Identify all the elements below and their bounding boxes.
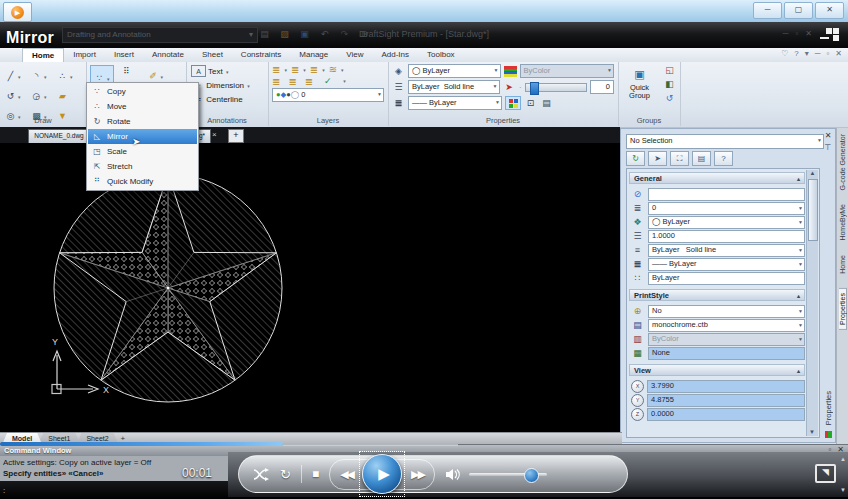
new-file-icon[interactable]: ▤ — [258, 28, 271, 40]
side-tab-properties[interactable]: Properties — [839, 288, 847, 330]
select-entities-icon[interactable]: ➤ — [648, 151, 667, 166]
settings-list-icon[interactable]: ▤ — [692, 151, 711, 166]
arc-icon[interactable]: ◝ — [30, 70, 43, 82]
menu-item-stretch[interactable]: ⇱Stretch — [88, 159, 197, 174]
lineweight-combo[interactable]: —— ByLayer▼ — [408, 96, 502, 110]
volume-knob[interactable] — [524, 468, 539, 483]
color-field[interactable]: ◯ ByLayer▼ — [648, 216, 805, 229]
tab-view[interactable]: View — [337, 48, 372, 62]
print-icon[interactable]: ⊜ — [358, 28, 371, 40]
quick-group-label[interactable]: Quick Group — [622, 84, 657, 100]
group-edit-icon[interactable]: ◱ — [663, 64, 676, 76]
quick-group-icon[interactable]: ▣ — [633, 69, 646, 81]
ribbon-restore-icon[interactable]: ▫ — [826, 49, 829, 58]
hyperlink-field[interactable] — [648, 188, 805, 201]
transparency-slider[interactable] — [525, 83, 587, 92]
video-overlay-grid-icon[interactable] — [820, 28, 840, 43]
open-folder-icon[interactable]: ▨ — [278, 28, 291, 40]
scroll-thumb[interactable] — [808, 179, 818, 241]
side-tab-homebyme[interactable]: HomeByMe — [839, 204, 846, 241]
point-icon[interactable]: ∴ — [56, 70, 69, 82]
app-restore-icon[interactable]: ▫ — [795, 29, 798, 38]
transparency-value[interactable]: 0 — [590, 80, 614, 94]
tab-import[interactable]: Import — [64, 48, 105, 62]
menu-item-copy[interactable]: ∵Copy — [88, 84, 197, 99]
tab-annotate[interactable]: Annotate — [143, 48, 193, 62]
view-x-field[interactable]: 3.7990 — [647, 380, 805, 393]
video-progress-track[interactable] — [283, 444, 458, 446]
ribbon-minimize-icon[interactable]: ─ — [815, 49, 821, 58]
display-icon[interactable]: ⊡ — [524, 97, 537, 109]
scroll-down-icon[interactable]: ▼ — [809, 429, 815, 435]
refresh-icon[interactable]: ↻ — [626, 151, 645, 166]
layer-lock-icon[interactable]: ≣ — [305, 76, 313, 87]
rewind-button[interactable]: ◀◀ — [340, 468, 353, 481]
ribbon-close-icon[interactable]: ✕ — [835, 49, 842, 58]
doc-tab-add-button[interactable]: + — [228, 129, 244, 143]
print-style-field[interactable]: None — [648, 347, 805, 360]
collapse-icon[interactable]: ▴ — [797, 175, 800, 182]
pattern-icon[interactable]: ⠿ — [120, 65, 133, 77]
layer-freeze-icon[interactable]: ≣ — [272, 76, 280, 87]
layer-field[interactable]: 0▼ — [648, 202, 805, 215]
menu-item-scale[interactable]: ◳Scale — [88, 144, 197, 159]
print-table-field[interactable]: monochrome.ctb▼ — [648, 319, 805, 332]
workspace-selector[interactable]: Drafting and Annotation▾ — [62, 27, 258, 43]
scroll-up-icon[interactable]: ▲ — [840, 456, 846, 462]
maximize-button[interactable]: ▢ — [784, 2, 813, 19]
palette-scrollbar[interactable]: ▲▼ — [806, 170, 818, 436]
section-general[interactable]: General▴ — [629, 172, 805, 184]
stop-button[interactable]: ■ — [312, 467, 319, 481]
close-button[interactable]: ✕ — [815, 2, 844, 19]
save-icon[interactable]: ▣ — [298, 28, 311, 40]
favorite-icon[interactable]: ♡ — [781, 49, 788, 58]
section-view[interactable]: View▴ — [629, 364, 805, 376]
repeat-icon[interactable]: ↻ — [280, 467, 291, 482]
video-app-button[interactable]: ▶ — [3, 2, 32, 22]
ellipse-icon[interactable]: ↺ — [4, 90, 17, 102]
menu-item-mirror[interactable]: ◺Mirror➤ — [88, 129, 197, 144]
minimize-button[interactable]: ─ — [753, 2, 782, 19]
app-minimize-icon[interactable]: ─ — [783, 29, 789, 38]
chevron-down-icon[interactable]: ▾ — [805, 49, 809, 58]
tab-add-ins[interactable]: Add-Ins — [372, 48, 418, 62]
collapse-icon[interactable]: ▴ — [797, 367, 800, 374]
slider-thumb[interactable] — [530, 82, 539, 95]
spline-icon[interactable]: ◶ — [30, 90, 43, 102]
layer-tools-icon[interactable]: ≋ — [329, 64, 337, 75]
doc-tab-close-icon[interactable]: × — [212, 130, 217, 139]
view-z-field[interactable]: 0.0000 — [647, 408, 805, 421]
text-tool[interactable]: Text — [208, 67, 223, 76]
line-icon[interactable]: ╱ — [4, 70, 17, 82]
page-icon[interactable]: ▤ — [540, 97, 553, 109]
print-field[interactable]: No▼ — [648, 305, 805, 318]
layer-state-icon[interactable]: ≣ — [310, 64, 318, 75]
collapse-icon[interactable]: ▴ — [797, 292, 800, 299]
menu-item-quick-modify[interactable]: ⠛Quick Modify — [88, 174, 197, 189]
hatchcolor-combo[interactable]: ByColor▼ — [520, 64, 614, 78]
palette-pin-icon[interactable]: ⊤ — [825, 143, 832, 152]
linecolor-combo[interactable]: ◯ ByLayer▼ — [408, 64, 501, 78]
video-progress-bar[interactable] — [0, 442, 283, 446]
group-add-icon[interactable]: ◧ — [663, 78, 676, 90]
tab-insert[interactable]: Insert — [105, 48, 143, 62]
fullscreen-button[interactable]: ◥ — [815, 464, 836, 483]
redo-icon[interactable]: ↷ — [338, 28, 351, 40]
section-printstyle[interactable]: PrintStyle▴ — [629, 289, 805, 301]
volume-slider[interactable] — [469, 473, 547, 476]
match-properties-icon[interactable] — [505, 96, 521, 110]
layer-combo[interactable]: ●◆●◯ 0▼ — [272, 88, 384, 102]
dimension-tool[interactable]: Dimension — [206, 81, 244, 90]
menu-item-rotate[interactable]: ↻Rotate — [88, 114, 197, 129]
layer-check-icon[interactable]: ✓ — [321, 75, 334, 87]
group-explode-icon[interactable]: ↺ — [663, 92, 676, 104]
linetype-scale-field[interactable]: 1.0000 — [648, 230, 805, 243]
side-tab-home[interactable]: Home — [839, 255, 846, 274]
centerline-tool[interactable]: Centerline — [206, 95, 242, 104]
help-icon[interactable]: ? — [794, 49, 798, 58]
view-y-field[interactable]: 4.8755 — [647, 394, 805, 407]
plotstyle-field[interactable]: ByLayer — [648, 272, 805, 285]
menu-item-move[interactable]: ∴Move — [88, 99, 197, 114]
scroll-down-icon[interactable]: ▼ — [840, 487, 846, 493]
select-window-icon[interactable]: ⛶ — [670, 151, 689, 166]
